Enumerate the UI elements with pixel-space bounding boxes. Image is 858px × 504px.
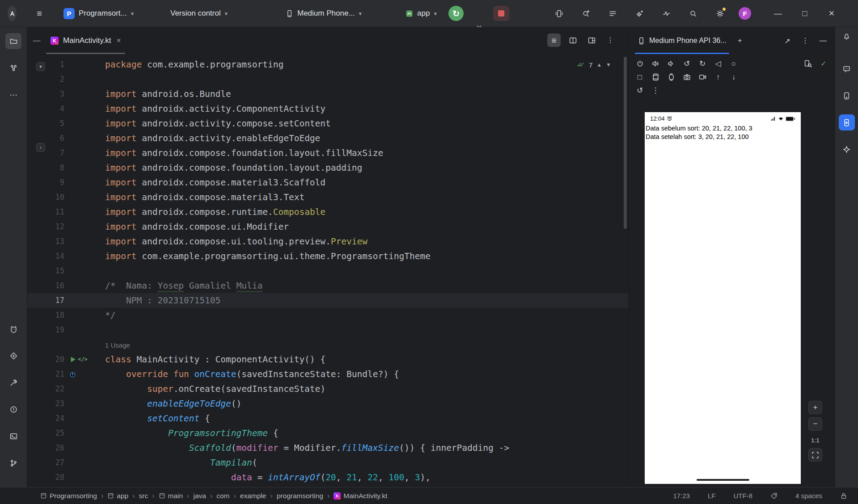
project-selector[interactable]: P Programsort... ▾: [59, 6, 138, 21]
project-folder-button[interactable]: [5, 33, 21, 49]
camera-button[interactable]: [680, 71, 693, 83]
volume-up-button[interactable]: [649, 58, 662, 70]
tab-close-icon[interactable]: ×: [116, 36, 121, 45]
breadcrumb-item[interactable]: java: [193, 492, 206, 500]
chevron-up-icon[interactable]: ▲: [596, 62, 602, 68]
code-line[interactable]: 19: [27, 323, 628, 337]
logcat-button[interactable]: [5, 321, 21, 337]
device-manager-button[interactable]: [839, 88, 855, 104]
code-line[interactable]: 21 override fun onCreate(savedInstanceSt…: [27, 367, 628, 382]
editor-hide-button[interactable]: —: [30, 34, 43, 47]
code-line[interactable]: 27 Tampilan(: [27, 455, 628, 470]
lock-icon[interactable]: [840, 492, 847, 500]
code-inlay-line[interactable]: 1 Usage: [27, 337, 628, 352]
rotate-right-button[interactable]: ↻: [696, 58, 709, 70]
device-tab[interactable]: Medium Phone API 36...: [635, 27, 729, 54]
reset-button[interactable]: ↺: [633, 84, 647, 97]
code-line[interactable]: 7import androidx.compose.foundation.layo…: [27, 146, 628, 160]
caret-position[interactable]: 17:23: [673, 492, 690, 500]
split-editor-button[interactable]: [566, 34, 579, 47]
code-line[interactable]: 4import androidx.activity.ComponentActiv…: [27, 101, 628, 116]
add-device-button[interactable]: +: [734, 34, 746, 47]
device-mirroring-button[interactable]: [551, 6, 567, 21]
code-line[interactable]: 11import androidx.compose.runtime.Compos…: [27, 205, 628, 219]
code-line[interactable]: 5import androidx.activity.compose.setCon…: [27, 116, 628, 131]
emulator-screen[interactable]: 12:04 Data sebelum sort: 20, 21, 22, 100…: [645, 112, 801, 484]
back-button[interactable]: ◁: [711, 58, 725, 70]
override-gutter-icon[interactable]: [68, 370, 77, 379]
run-gutter-icon[interactable]: [68, 355, 77, 364]
editor-more-button[interactable]: ⋮: [604, 34, 617, 47]
power-button[interactable]: [633, 58, 647, 70]
version-control-branch-button[interactable]: [5, 455, 21, 471]
resource-manager-button[interactable]: [5, 60, 21, 76]
code-line[interactable]: 25 ProgramsortingTheme {: [27, 426, 628, 441]
settings-button[interactable]: [712, 6, 728, 21]
window-minimize-button[interactable]: —: [770, 6, 786, 21]
code-editor[interactable]: 1package com.example.programsorting23imp…: [27, 55, 628, 487]
window-close-button[interactable]: ×: [824, 6, 840, 21]
window-maximize-button[interactable]: □: [797, 6, 813, 21]
code-line[interactable]: 15: [27, 264, 628, 278]
overview-square-button[interactable]: □: [633, 71, 647, 83]
open-in-window-button[interactable]: ↗: [781, 34, 794, 47]
line-ending[interactable]: LF: [708, 492, 716, 500]
breadcrumb-item[interactable]: KMainActivity.kt: [334, 492, 387, 500]
code-line[interactable]: 9import androidx.compose.material3.Scaff…: [27, 175, 628, 190]
indent-setting[interactable]: 4 spaces: [795, 492, 822, 500]
breadcrumb-item[interactable]: com: [216, 492, 229, 500]
more-vertical-button[interactable]: ⋮: [649, 84, 662, 97]
editor-list-button[interactable]: ≡: [547, 34, 561, 47]
code-line[interactable]: 28 data = intArrayOf(20, 21, 22, 100, 3)…: [27, 470, 628, 485]
problems-button[interactable]: [5, 401, 21, 417]
ai-search-button[interactable]: [578, 6, 594, 21]
gutter-fold-down-button[interactable]: ▾: [36, 62, 45, 71]
search-everywhere-button[interactable]: [685, 6, 701, 21]
compose-gutter-icon[interactable]: </>: [78, 355, 87, 364]
panel-more-button[interactable]: ⋮: [799, 34, 812, 47]
profiler-button[interactable]: [658, 6, 674, 21]
structure-button[interactable]: [604, 6, 621, 21]
notifications-button[interactable]: [839, 28, 855, 44]
code-line[interactable]: 13import androidx.compose.ui.tooling.pre…: [27, 234, 628, 249]
code-line[interactable]: 22 super.onCreate(savedInstanceState): [27, 382, 628, 396]
device-selector[interactable]: Medium Phone... ▾: [282, 6, 366, 21]
code-line[interactable]: 1package com.example.programsorting: [27, 57, 628, 72]
terminal-button[interactable]: [5, 428, 21, 444]
breadcrumb-item[interactable]: example: [240, 492, 266, 500]
screenshot-search-button[interactable]: [801, 58, 815, 70]
inspections-widget[interactable]: ✓✓ 7 ▲ ▼: [573, 59, 615, 71]
panel-hide-button[interactable]: —: [817, 34, 829, 47]
code-line[interactable]: 18*/: [27, 308, 628, 323]
usages-inlay[interactable]: 1 Usage: [105, 341, 130, 349]
code-line[interactable]: 2: [27, 72, 628, 87]
breadcrumb-item[interactable]: src: [139, 492, 148, 500]
code-line[interactable]: 3import android.os.Bundle: [27, 87, 628, 101]
home-button[interactable]: ○: [727, 58, 740, 70]
code-line[interactable]: 24 setContent {: [27, 411, 628, 426]
code-line[interactable]: 20</>class MainActivity : ComponentActiv…: [27, 352, 628, 367]
code-line[interactable]: 16/* Nama: Yosep Gamaliel Mulia: [27, 278, 628, 293]
build-button[interactable]: [5, 374, 21, 391]
zoom-out-button[interactable]: −: [808, 417, 822, 431]
editor-scrollbar[interactable]: [624, 57, 627, 229]
main-menu-button[interactable]: ≡: [31, 6, 47, 21]
user-avatar[interactable]: F: [739, 7, 751, 20]
breadcrumb-item[interactable]: app: [107, 492, 128, 500]
zoom-fit-button[interactable]: [808, 448, 822, 462]
editor-tab-mainactivity[interactable]: K MainActivity.kt ×: [43, 27, 128, 54]
gemini-button[interactable]: [839, 141, 855, 157]
code-line[interactable]: 17 NPM : 202310715105: [27, 293, 628, 308]
assistant-button[interactable]: [839, 61, 855, 77]
code-line[interactable]: 10import androidx.compose.material3.Text: [27, 190, 628, 205]
volume-down-button[interactable]: [664, 58, 678, 70]
file-encoding[interactable]: UTF-8: [733, 492, 752, 500]
code-line[interactable]: 8import androidx.compose.foundation.layo…: [27, 160, 628, 175]
deploy-check-button[interactable]: ✓: [817, 58, 830, 70]
rotate-left-button[interactable]: ↺: [680, 58, 693, 70]
snapshot-alt-button[interactable]: [664, 71, 678, 83]
breadcrumb-item[interactable]: programsorting: [277, 492, 323, 500]
zoom-in-button[interactable]: +: [808, 401, 822, 414]
more-tools-button[interactable]: ⋯: [5, 87, 21, 103]
stop-button[interactable]: [493, 6, 509, 21]
